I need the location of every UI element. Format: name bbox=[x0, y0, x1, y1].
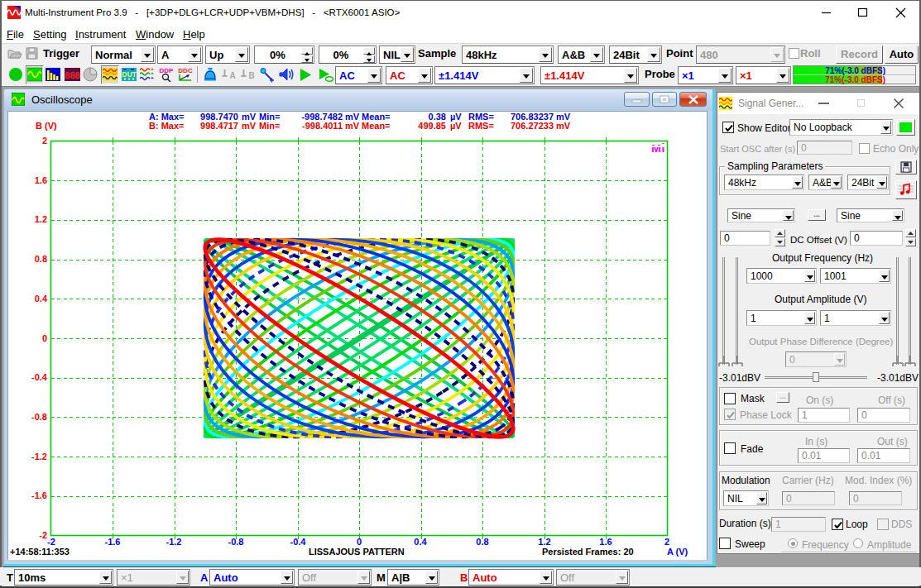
svg-text:DDP: DDP bbox=[160, 67, 174, 74]
svg-text:DUT: DUT bbox=[122, 70, 137, 79]
svg-text:888: 888 bbox=[65, 70, 79, 80]
svg-text:A: A bbox=[229, 71, 235, 80]
svg-text:B: B bbox=[248, 71, 254, 80]
svg-text:DDC: DDC bbox=[178, 67, 193, 74]
